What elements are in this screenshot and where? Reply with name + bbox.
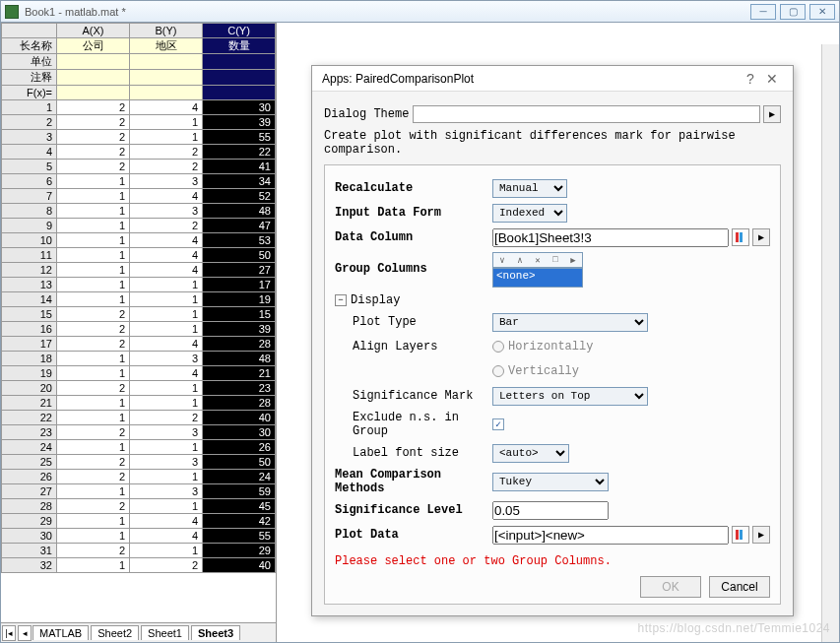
cell[interactable]: 55	[203, 130, 276, 145]
meta-cell[interactable]	[130, 86, 203, 100]
significance-level-input[interactable]	[492, 501, 609, 520]
cell[interactable]: 50	[203, 248, 276, 263]
plot-type-select[interactable]: Bar	[492, 313, 648, 332]
cell[interactable]: 2	[57, 145, 130, 160]
exclude-ns-checkbox[interactable]: ✓	[492, 418, 504, 430]
cell[interactable]: 47	[203, 219, 276, 233]
cell[interactable]: 1	[57, 529, 130, 544]
row-header[interactable]: 14	[2, 292, 57, 307]
data-column-input[interactable]	[492, 228, 729, 247]
minimize-button[interactable]: ─	[750, 4, 776, 20]
cell[interactable]: 53	[203, 233, 276, 248]
plot-data-picker[interactable]	[732, 526, 749, 544]
row-header[interactable]: 9	[2, 219, 57, 233]
cell[interactable]: 1	[57, 248, 130, 263]
meta-row-label[interactable]: 注释	[2, 70, 57, 86]
col-header-b[interactable]: B(Y)	[130, 24, 203, 38]
cell[interactable]: 28	[203, 337, 276, 352]
col-header-a[interactable]: A(X)	[57, 24, 130, 38]
data-column-arrow[interactable]: ▶	[752, 228, 770, 246]
cell[interactable]: 1	[130, 115, 203, 130]
tab-nav-first[interactable]: |◂	[2, 625, 16, 641]
cell[interactable]: 1	[57, 204, 130, 219]
cell[interactable]: 21	[203, 366, 276, 381]
row-header[interactable]: 25	[2, 455, 57, 470]
cell[interactable]: 39	[203, 322, 276, 337]
row-header[interactable]: 16	[2, 322, 57, 337]
meta-cell[interactable]: 地区	[130, 38, 203, 54]
mean-comparison-select[interactable]: Tukey	[492, 473, 609, 491]
cell[interactable]: 2	[57, 455, 130, 470]
cell[interactable]: 2	[130, 145, 203, 160]
cell[interactable]: 3	[130, 174, 203, 189]
meta-row-label[interactable]: F(x)=	[2, 86, 57, 100]
cell[interactable]: 2	[130, 160, 203, 174]
plot-data-arrow[interactable]: ▶	[752, 526, 770, 544]
cell[interactable]: 1	[57, 189, 130, 204]
cell[interactable]: 3	[130, 425, 203, 440]
cell[interactable]: 41	[203, 160, 276, 174]
ok-button[interactable]: OK	[640, 576, 701, 598]
cell[interactable]: 22	[203, 145, 276, 160]
cell[interactable]: 2	[57, 499, 130, 514]
cell[interactable]: 1	[57, 440, 130, 455]
cell[interactable]: 1	[57, 174, 130, 189]
row-header[interactable]: 19	[2, 366, 57, 381]
meta-row-label[interactable]: 长名称	[2, 38, 57, 54]
cell[interactable]: 59	[203, 484, 276, 499]
cell[interactable]: 40	[203, 411, 276, 425]
cell[interactable]: 1	[57, 514, 130, 529]
col-header-c[interactable]: C(Y)	[203, 24, 276, 38]
cancel-button[interactable]: Cancel	[709, 576, 770, 598]
recalculate-select[interactable]: Manual	[492, 179, 567, 198]
window-close-button[interactable]: ✕	[809, 4, 835, 20]
row-header[interactable]: 17	[2, 337, 57, 352]
cell[interactable]: 1	[57, 263, 130, 278]
cell[interactable]: 23	[203, 381, 276, 396]
cell[interactable]: 1	[130, 544, 203, 558]
dialog-theme-input[interactable]	[413, 105, 760, 123]
row-header[interactable]: 24	[2, 440, 57, 455]
group-columns-list[interactable]: <none>	[492, 268, 583, 288]
cell[interactable]: 52	[203, 189, 276, 204]
cell[interactable]: 1	[57, 484, 130, 499]
meta-cell[interactable]	[203, 70, 276, 86]
row-header[interactable]: 4	[2, 145, 57, 160]
meta-cell[interactable]	[57, 86, 130, 100]
meta-cell[interactable]: 数量	[203, 38, 276, 54]
maximize-button[interactable]: ▢	[780, 4, 806, 20]
row-header[interactable]: 11	[2, 248, 57, 263]
row-header[interactable]: 7	[2, 189, 57, 204]
cell[interactable]: 55	[203, 529, 276, 544]
cell[interactable]: 1	[57, 558, 130, 573]
cell[interactable]: 4	[130, 337, 203, 352]
meta-cell[interactable]: 公司	[57, 38, 130, 54]
cell[interactable]: 24	[203, 470, 276, 484]
row-header[interactable]: 26	[2, 470, 57, 484]
cell[interactable]: 19	[203, 292, 276, 307]
row-header[interactable]: 21	[2, 396, 57, 411]
cell[interactable]: 4	[130, 366, 203, 381]
cell[interactable]: 1	[130, 292, 203, 307]
cell[interactable]: 1	[57, 352, 130, 366]
meta-cell[interactable]	[130, 54, 203, 70]
cell[interactable]: 2	[130, 219, 203, 233]
cell[interactable]: 2	[57, 322, 130, 337]
data-column-picker[interactable]	[732, 228, 749, 246]
cell[interactable]: 1	[57, 219, 130, 233]
cell[interactable]: 39	[203, 115, 276, 130]
cell[interactable]: 2	[57, 100, 130, 115]
vertical-scrollbar[interactable]	[821, 44, 839, 642]
row-header[interactable]: 15	[2, 307, 57, 322]
cell[interactable]: 1	[130, 396, 203, 411]
corner-cell[interactable]	[2, 24, 57, 38]
plot-data-input[interactable]	[492, 526, 729, 545]
cell[interactable]: 4	[130, 233, 203, 248]
cell[interactable]: 1	[130, 381, 203, 396]
cell[interactable]: 48	[203, 352, 276, 366]
cell[interactable]: 30	[203, 425, 276, 440]
row-header[interactable]: 31	[2, 544, 57, 558]
cell[interactable]: 48	[203, 204, 276, 219]
cell[interactable]: 1	[57, 396, 130, 411]
cell[interactable]: 1	[130, 440, 203, 455]
